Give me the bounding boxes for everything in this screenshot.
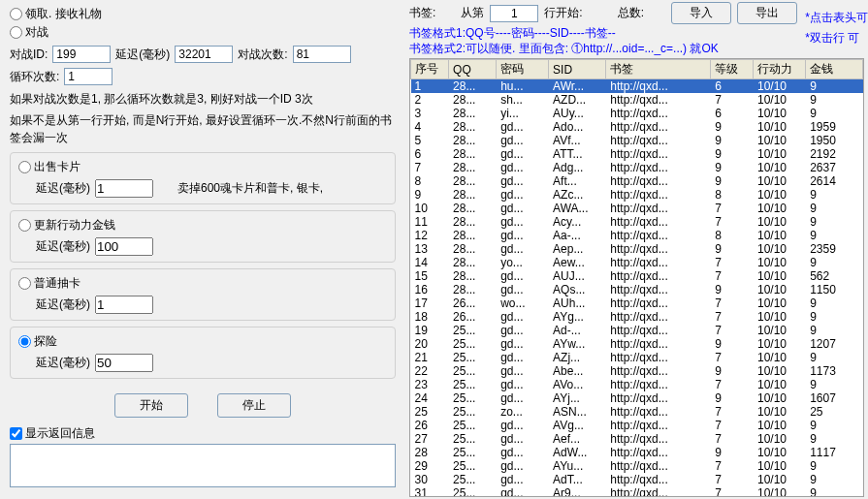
table-row[interactable]: 628...gd...ATT...http://qxd...910/102192 (411, 147, 863, 161)
battle-id-label: 对战ID: (10, 47, 48, 63)
start-button[interactable]: 开始 (114, 393, 188, 418)
table-cell: 25... (449, 459, 497, 473)
radio-sell-card[interactable] (18, 161, 31, 173)
table-row[interactable]: 3025...gd...AdT...http://qxd...710/109 (411, 473, 863, 486)
table-cell: 28... (449, 188, 497, 202)
radio-normal-draw[interactable] (18, 277, 31, 290)
table-cell: 10/10 (753, 283, 805, 296)
radio-refresh[interactable] (18, 219, 31, 232)
show-log-checkbox[interactable] (10, 427, 22, 440)
table-wrap[interactable]: 序号QQ密码SID书签等级行动力金钱 128...hu...AWr...http… (409, 58, 864, 497)
table-row[interactable]: 2925...gd...AYu...http://qxd...710/109 (411, 459, 863, 473)
table-cell: http://qxd... (606, 405, 711, 419)
radio-battle[interactable] (10, 26, 22, 39)
table-row[interactable]: 1528...gd...AUJ...http://qxd...710/10562 (411, 269, 863, 283)
table-row[interactable]: 2425...gd...AYj...http://qxd...910/10160… (411, 391, 863, 405)
table-cell: 10/10 (753, 242, 805, 256)
col-header[interactable]: 密码 (497, 60, 549, 79)
table-row[interactable]: 1826...gd...AYg...http://qxd...710/109 (411, 310, 863, 324)
table-row[interactable]: 128...hu...AWr...http://qxd...610/109 (411, 79, 863, 94)
table-row[interactable]: 1028...gd...AWA...http://qxd...710/109 (411, 202, 863, 215)
table-row[interactable]: 1128...gd...Acy...http://qxd...710/109 (411, 215, 863, 229)
table-row[interactable]: 3125...gd...Ar9...http://qxd...710/109 (411, 486, 863, 497)
col-header[interactable]: 行动力 (753, 60, 805, 79)
table-cell: 10/10 (753, 473, 805, 486)
table-row[interactable]: 228...sh...AZD...http://qxd...710/109 (411, 93, 863, 107)
col-header[interactable]: SID (549, 60, 606, 79)
table-cell: 28... (449, 134, 497, 147)
table-cell: Ad-... (549, 324, 606, 337)
battle-id-input[interactable] (52, 46, 111, 63)
table-cell: 10/10 (753, 486, 805, 497)
refresh-delay-input[interactable] (95, 237, 153, 256)
stop-button[interactable]: 停止 (217, 393, 291, 418)
table-cell: 26 (411, 419, 449, 432)
right-panel: 书签: 从第 行开始: 总数: 导入 导出 书签格式1:QQ号----密码---… (405, 0, 868, 499)
table-cell: 2359 (806, 242, 863, 256)
table-cell: 10/10 (753, 337, 805, 351)
table-row[interactable]: 728...gd...Adg...http://qxd...910/102637 (411, 161, 863, 174)
loop-count-label: 循环次数: (10, 69, 59, 85)
help-text-2: 如果不是从第一行开始, 而是N行开始, 最好设置循环一次.不然N行前面的书签会漏… (10, 111, 396, 146)
log-area[interactable] (10, 444, 396, 487)
table-cell: 28... (449, 93, 497, 107)
col-header[interactable]: 序号 (411, 60, 449, 79)
table-row[interactable]: 2525...zo...ASN...http://qxd...710/1025 (411, 405, 863, 419)
adventure-delay-input[interactable] (95, 354, 153, 372)
table-cell: 9 (806, 107, 863, 120)
battle-delay-input[interactable] (175, 46, 233, 63)
from-row-input[interactable] (490, 5, 538, 22)
table-row[interactable]: 1328...gd...Aep...http://qxd...910/10235… (411, 242, 863, 256)
table-row[interactable]: 2025...gd...AYw...http://qxd...910/10120… (411, 337, 863, 351)
export-button[interactable]: 导出 (737, 2, 797, 24)
table-cell: 28... (449, 269, 497, 283)
table-row[interactable]: 528...gd...AVf...http://qxd...910/101950 (411, 134, 863, 147)
table-cell: http://qxd... (606, 351, 711, 364)
radio-receive-gift-label: 领取. 接收礼物 (25, 6, 102, 22)
table-row[interactable]: 1628...gd...AQs...http://qxd...910/10115… (411, 283, 863, 296)
table-cell: 3 (411, 107, 449, 120)
table-row[interactable]: 828...gd...Aft...http://qxd...910/102614 (411, 174, 863, 188)
table-cell: ATT... (549, 147, 606, 161)
battle-count-input[interactable] (293, 46, 351, 63)
table-row[interactable]: 1428...yo...Aew...http://qxd...710/109 (411, 256, 863, 269)
table-cell: Aew... (549, 256, 606, 269)
table-row[interactable]: 2825...gd...AdW...http://qxd...910/10111… (411, 446, 863, 459)
table-cell: gd... (497, 378, 549, 391)
col-header[interactable]: QQ (449, 60, 497, 79)
table-row[interactable]: 2225...gd...Abe...http://qxd...910/10117… (411, 364, 863, 378)
table-row[interactable]: 928...gd...AZc...http://qxd...810/109 (411, 188, 863, 202)
table-cell: 17 (411, 296, 449, 310)
radio-adventure[interactable] (18, 335, 31, 348)
col-header[interactable]: 金钱 (806, 60, 863, 79)
table-row[interactable]: 428...gd...Ado...http://qxd...910/101959 (411, 120, 863, 134)
sell-delay-input[interactable] (95, 179, 153, 198)
col-header[interactable]: 书签 (606, 60, 711, 79)
table-cell: http://qxd... (606, 459, 711, 473)
table-cell: http://qxd... (606, 188, 711, 202)
table-cell: 1959 (806, 120, 863, 134)
table-row[interactable]: 2725...gd...Aef...http://qxd...710/109 (411, 432, 863, 446)
import-button[interactable]: 导入 (671, 2, 731, 24)
table-cell: 9 (806, 351, 863, 364)
loop-count-input[interactable] (64, 68, 113, 85)
table-row[interactable]: 1726...wo...AUh...http://qxd...710/109 (411, 296, 863, 310)
table-cell: 7 (411, 161, 449, 174)
table-cell: 7 (711, 324, 754, 337)
table-cell: http://qxd... (606, 391, 711, 405)
radio-receive-gift[interactable] (10, 8, 22, 20)
table-row[interactable]: 2125...gd...AZj...http://qxd...710/109 (411, 351, 863, 364)
table-cell: Ado... (549, 120, 606, 134)
table-row[interactable]: 2325...gd...AVo...http://qxd...710/109 (411, 378, 863, 391)
table-row[interactable]: 2625...gd...AVg...http://qxd...710/109 (411, 419, 863, 432)
table-cell: Aa-... (549, 229, 606, 242)
table-cell: AVg... (549, 419, 606, 432)
table-row[interactable]: 1228...gd...Aa-...http://qxd...810/109 (411, 229, 863, 242)
table-row[interactable]: 328...yi...AUy...http://qxd...610/109 (411, 107, 863, 120)
table-row[interactable]: 1925...gd...Ad-...http://qxd...710/109 (411, 324, 863, 337)
table-cell: 23 (411, 378, 449, 391)
table-cell: 28... (449, 256, 497, 269)
col-header[interactable]: 等级 (711, 60, 754, 79)
normal-delay-input[interactable] (95, 296, 153, 314)
table-cell: 9 (806, 324, 863, 337)
